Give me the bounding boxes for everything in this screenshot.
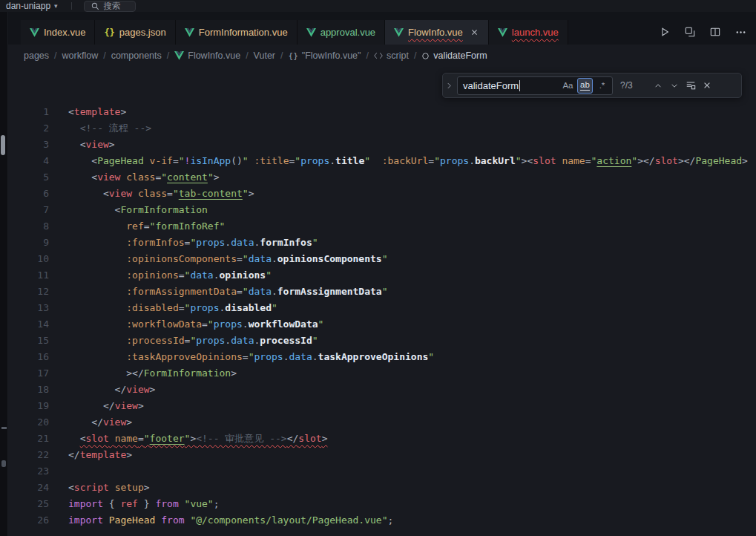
tab-label: launch.vue	[512, 27, 559, 38]
code-line[interactable]: 4 <PageHead v-if="!isInApp()" :title="pr…	[8, 153, 756, 169]
code-line[interactable]: 21 <slot name="footer"><!-- 审批意见 --></sl…	[8, 431, 756, 447]
breadcrumb-item-pages[interactable]: pages	[24, 50, 49, 61]
code-line[interactable]: 16 :taskApproveOpinions="props.data.task…	[8, 349, 756, 365]
regex-button[interactable]: .*	[594, 78, 610, 94]
line-number[interactable]: 4	[8, 153, 49, 169]
code-line[interactable]: 26import PageHead from "@/components/lay…	[8, 512, 756, 529]
code-line[interactable]: 3 <view>	[8, 137, 756, 153]
code-line[interactable]: 8 ref="formInfoRef"	[8, 218, 756, 235]
line-number[interactable]: 22	[8, 447, 49, 463]
next-match-button[interactable]	[666, 77, 683, 94]
tab-FormInformation.vue[interactable]: FormInformation.vue	[176, 20, 298, 45]
braces-icon: {}	[104, 27, 114, 38]
line-number[interactable]: 2	[8, 120, 49, 137]
line-number[interactable]: 12	[8, 284, 49, 300]
code-line[interactable]: 10 :opinionsComponents="data.opinionsCom…	[8, 251, 756, 267]
line-number[interactable]: 18	[8, 382, 49, 398]
code-line[interactable]: 23	[8, 463, 756, 480]
line-number[interactable]: 25	[8, 496, 49, 512]
code-line[interactable]: 13 :disabled="props.disabled"	[8, 300, 756, 316]
code-line[interactable]: 5 <view class="content">	[8, 169, 756, 186]
code-line[interactable]: 15 :processId="props.data.processId"	[8, 333, 756, 349]
tab-label: Index.vue	[44, 27, 85, 38]
line-number[interactable]: 20	[8, 414, 49, 431]
code-line[interactable]: 11 :opinions="data.opinions"	[8, 267, 756, 284]
line-number[interactable]: 8	[8, 218, 49, 235]
line-number[interactable]: 3	[8, 137, 49, 153]
line-number[interactable]: 14	[8, 316, 49, 333]
split-editor-button[interactable]	[707, 24, 723, 40]
open-changes-button[interactable]	[682, 24, 698, 40]
breadcrumb-label: validateForm	[433, 50, 487, 61]
titlebar-divider	[71, 2, 72, 10]
code-line[interactable]: 24<script setup>	[8, 480, 756, 496]
code-line[interactable]: 6 <view class="tab-content">	[8, 186, 756, 202]
breadcrumb-item-Vuter[interactable]: Vuter	[254, 50, 275, 61]
code-line[interactable]: 14 :workflowData="props.workflowData"	[8, 316, 756, 333]
find-input[interactable]: validateForm Aa ab .*	[457, 76, 613, 95]
code-line[interactable]: 7 <FormInformation	[8, 202, 756, 218]
line-content: <slot name="footer"><!-- 审批意见 --></slot>	[68, 431, 327, 447]
code-line[interactable]: 1<template>	[8, 104, 756, 120]
find-in-selection-button[interactable]	[683, 77, 699, 94]
titlebar-search-label: 搜索	[104, 1, 121, 12]
breadcrumb-item-components[interactable]: components	[111, 50, 162, 61]
activity-bar[interactable]	[0, 12, 8, 536]
code-line[interactable]: 17 ></FormInformation>	[8, 365, 756, 382]
line-number[interactable]: 7	[8, 202, 49, 218]
sidebar-fragment	[1, 135, 5, 155]
line-number[interactable]: 11	[8, 267, 49, 284]
breadcrumb-item-workflow[interactable]: workflow	[62, 50, 99, 61]
titlebar-search[interactable]: 搜索	[84, 1, 136, 12]
tab-approval.vue[interactable]: approval.vue	[298, 20, 385, 45]
breadcrumb-item-FlowInfo.vue[interactable]: {}"FlowInfo.vue"	[289, 50, 361, 61]
vue-icon	[306, 28, 316, 37]
code-line[interactable]: 9 :formInfos="props.data.formInfos"	[8, 235, 756, 251]
main-area: Index.vue{}pages.jsonFormInformation.vue…	[0, 12, 756, 536]
line-content: :opinionsComponents="data.opinionsCompon…	[68, 251, 388, 267]
line-number[interactable]: 24	[8, 480, 49, 496]
breadcrumb-item-script[interactable]: script	[374, 50, 409, 61]
line-number[interactable]: 6	[8, 186, 49, 202]
code-line[interactable]: 25import { ref } from "vue";	[8, 496, 756, 512]
whole-word-button[interactable]: ab	[577, 78, 593, 94]
close-tab-button[interactable]	[470, 27, 479, 37]
tab-FlowInfo.vue[interactable]: FlowInfo.vue	[385, 20, 489, 45]
editor[interactable]: validateForm Aa ab .* ?/3	[8, 67, 756, 536]
app-menu-label: dan-uniapp	[6, 1, 50, 11]
line-content: ref="formInfoRef"	[68, 218, 225, 235]
line-number[interactable]: 16	[8, 349, 49, 365]
tab-Index.vue[interactable]: Index.vue	[21, 20, 95, 45]
tab-pages.json[interactable]: {}pages.json	[95, 20, 175, 45]
tab-launch.vue[interactable]: launch.vue	[489, 20, 568, 45]
line-number[interactable]: 26	[8, 512, 49, 529]
code-line[interactable]: 19 </view>	[8, 398, 756, 414]
editor-actions	[657, 24, 756, 40]
close-find-button[interactable]	[699, 77, 715, 94]
match-case-button[interactable]: Aa	[560, 78, 576, 94]
line-number[interactable]: 17	[8, 365, 49, 382]
breadcrumb-item-FlowInfo.vue[interactable]: FlowInfo.vue	[174, 50, 240, 61]
app-menu[interactable]: dan-uniapp ▾	[6, 1, 58, 11]
line-number[interactable]: 23	[8, 463, 49, 480]
more-actions-button[interactable]	[732, 24, 749, 40]
code-line[interactable]: 22</template>	[8, 447, 756, 463]
previous-match-button[interactable]	[650, 77, 666, 94]
line-number[interactable]: 21	[8, 431, 49, 447]
line-number[interactable]: 10	[8, 251, 49, 267]
breadcrumb-item-validateForm[interactable]: validateForm	[421, 50, 487, 61]
line-number[interactable]: 13	[8, 300, 49, 316]
chevron-up-icon	[654, 82, 663, 89]
code-line[interactable]: 18 </view>	[8, 382, 756, 398]
code-line[interactable]: 12 :formAssignmentData="data.formAssignm…	[8, 284, 756, 300]
run-button[interactable]	[657, 24, 673, 40]
line-number[interactable]: 9	[8, 235, 49, 251]
toggle-replace-button[interactable]	[443, 73, 455, 97]
whole-word-label: ab	[580, 80, 590, 91]
line-number[interactable]: 19	[8, 398, 49, 414]
code-line[interactable]: 2 <!-- 流程 -->	[8, 120, 756, 137]
code-line[interactable]: 20 </view>	[8, 414, 756, 431]
line-number[interactable]: 15	[8, 333, 49, 349]
line-number[interactable]: 5	[8, 169, 49, 186]
line-number[interactable]: 1	[8, 104, 49, 120]
